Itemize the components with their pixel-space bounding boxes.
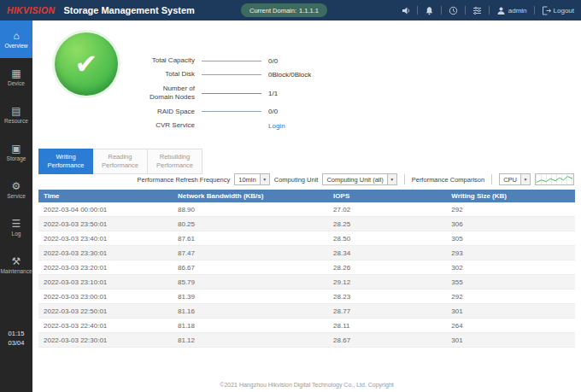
tab-reading-performance[interactable]: Reading Performance [93,149,148,174]
cell-writing-size: 301 [446,333,575,348]
cell-network-bandwidth: 81.18 [173,319,328,333]
app-title: Storage Management System [63,5,194,15]
cell-time: 2022-03-03 23:20:01 [38,260,173,275]
performance-sparkline [535,173,574,185]
tab-rebuilding-performance[interactable]: Rebuilding Performance [148,149,202,174]
stat-line [202,61,261,61]
cell-time: 2022-03-04 00:00:01 [38,202,173,217]
cell-network-bandwidth: 87.47 [173,246,328,260]
cell-iops: 28.50 [328,231,446,246]
sidebar-item-overview[interactable]: ⌂ Overview [0,20,32,58]
table-header-row: Time Network Bandwidth (KB/s) IOPS Writi… [38,190,575,202]
sidebar-item-log[interactable]: ☰ Log [0,208,32,246]
table-row: 2022-03-03 23:30:01 87.47 28.34 293 [38,246,575,260]
stat-label: Number of Domain Nodes [116,85,195,102]
cell-writing-size: 292 [446,202,575,217]
header-actions: admin Logout [401,6,574,15]
history-clock-icon[interactable] [449,6,458,15]
tab-writing-performance[interactable]: Writing Performance [38,149,93,174]
maintenance-icon: ⚒ [12,256,21,266]
cell-iops: 28.67 [328,333,446,348]
service-icon: ⚙ [12,181,21,191]
computing-unit-select[interactable]: Computing Unit (all) ▼ [322,173,396,185]
table-row: 2022-03-03 23:20:01 86.67 28.26 302 [38,260,575,275]
sidebar-item-label: Device [8,80,25,86]
stat-row: Total Disk 0Block/0Block [116,70,311,79]
username-label: admin [508,7,527,15]
user-icon [496,6,506,15]
current-domain-value: 1.1.1.1 [299,7,319,15]
copyright-footer: ©2021 Hangzhou Hikvision Digital Technol… [32,382,581,388]
cell-writing-size: 305 [446,231,575,246]
cell-writing-size: 302 [446,260,575,275]
stat-row: RAID Space 0/0 [116,108,311,116]
settings-sliders-icon[interactable] [472,6,482,15]
cell-network-bandwidth: 88.90 [173,202,328,217]
time-value: 01:15 [0,329,32,338]
stat-value: 1/1 [268,90,278,97]
cvr-service-label: CVR Service [116,121,195,130]
table-body: 2022-03-04 00:00:01 88.90 27.02 292 2022… [38,202,575,348]
alarm-bell-icon[interactable] [425,6,434,15]
stat-value: 0Block/0Block [268,71,311,79]
cvr-login-link[interactable]: Login [268,122,285,130]
sidebar-item-label: Overview [4,43,27,49]
stat-row: Number of Domain Nodes 1/1 [116,85,311,102]
refresh-frequency-value: 10min [235,176,259,184]
header-divider [534,6,535,15]
cell-iops: 28.77 [328,304,446,319]
performance-comparison-label: Performance Comparison [412,176,484,184]
cell-network-bandwidth: 80.25 [173,217,328,231]
sidebar-item-resource[interactable]: ▤ Resource [0,96,32,133]
stat-label: RAID Space [116,108,195,116]
chevron-down-icon: ▼ [520,174,530,184]
sidebar-item-storage[interactable]: ▣ Storage [0,133,32,171]
status-ok-icon: ✔ [55,32,118,96]
chevron-down-icon: ▼ [387,174,396,184]
refresh-frequency-label: Performance Refresh Frequency [137,176,230,184]
sidebar-nav: ⌂ Overview ▦ Device ▤ Resource ▣ Storage… [0,20,32,392]
sidebar-item-device[interactable]: ▦ Device [0,58,32,96]
top-header: HIKVISION Storage Management System Curr… [0,0,581,20]
cell-iops: 28.26 [328,260,446,275]
cell-network-bandwidth: 85.79 [173,275,328,290]
chevron-down-icon: ▼ [260,174,269,184]
stat-value: 0/0 [268,108,278,115]
cell-network-bandwidth: 81.39 [173,290,328,304]
cell-time: 2022-03-03 22:40:01 [38,319,173,333]
cell-iops: 29.12 [328,275,446,290]
computing-unit-label: Computing Unit [274,176,319,184]
user-menu[interactable]: admin [496,6,527,15]
performance-tabs: Writing Performance Reading Performance … [38,149,202,174]
logout-button[interactable]: Logout [542,6,574,15]
cell-time: 2022-03-03 22:30:01 [38,333,173,348]
log-icon: ☰ [12,219,21,229]
device-icon: ▦ [11,68,21,79]
date-value: 03/04 [0,338,32,348]
table-row: 2022-03-03 22:50:01 81.16 28.77 301 [38,304,575,319]
cell-time: 2022-03-03 23:10:01 [38,275,173,290]
controls-divider [404,174,405,184]
sidebar-item-service[interactable]: ⚙ Service [0,171,32,208]
sidebar-item-maintenance[interactable]: ⚒ Maintenance [0,246,32,284]
table-row: 2022-03-03 23:40:01 87.61 28.50 305 [38,231,575,246]
cell-iops: 28.11 [328,319,446,333]
column-header: IOPS [328,190,446,202]
cvr-service-row: CVR Service Login [116,121,311,130]
cell-writing-size: 301 [446,304,575,319]
stat-value: 0/0 [268,57,278,65]
stat-label: Total Disk [116,70,195,79]
column-header: Network Bandwidth (KB/s) [173,190,328,202]
metric-select[interactable]: CPU ▼ [499,173,531,185]
refresh-frequency-select[interactable]: 10min ▼ [234,173,269,185]
cell-writing-size: 292 [446,290,575,304]
volume-icon[interactable] [401,6,410,15]
main-content: ✔ Total Capacity 0/0 Total Disk 0Block/0… [32,20,581,392]
storage-management-app: HIKVISION Storage Management System Curr… [0,0,581,392]
cell-writing-size: 355 [446,275,575,290]
cell-network-bandwidth: 81.16 [173,304,328,319]
table-row: 2022-03-04 00:00:01 88.90 27.02 292 [38,202,575,217]
cell-iops: 28.23 [328,290,446,304]
logout-icon [542,6,551,15]
table-row: 2022-03-03 23:50:01 80.25 28.25 306 [38,217,575,231]
